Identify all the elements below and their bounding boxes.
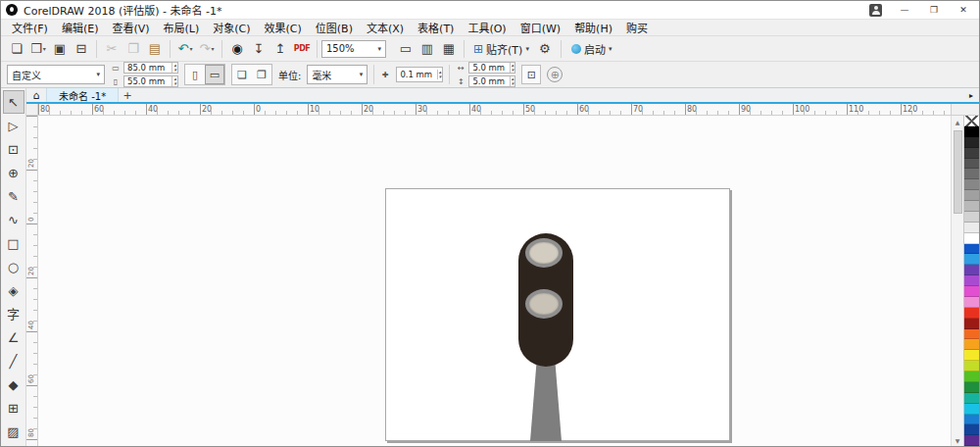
import-button[interactable]: ↧ ▾ (248, 39, 270, 59)
stepper[interactable]: ▴▾ (172, 63, 177, 73)
undo-button[interactable]: ↶ ▾ (174, 39, 196, 59)
color-swatch[interactable] (964, 415, 979, 425)
menu-item[interactable]: 帮助(H) (567, 20, 619, 35)
color-swatch[interactable] (964, 350, 979, 361)
color-swatch[interactable] (964, 339, 979, 350)
color-swatch[interactable] (964, 116, 979, 126)
color-swatch[interactable] (964, 424, 979, 435)
landscape-button[interactable]: ▭ (205, 65, 224, 84)
stepper-down-icon[interactable]: ▾ (512, 68, 514, 73)
drawing-page[interactable] (385, 188, 730, 441)
fullscreen-preview-button[interactable]: ▭ ▾ (395, 39, 416, 59)
menu-item[interactable]: 位图(B) (309, 20, 360, 35)
dimension-tool[interactable]: ∠ (3, 325, 24, 349)
text-tool[interactable]: 字 (3, 302, 24, 325)
welcome-screen-button[interactable]: ⊕ (547, 67, 563, 82)
menu-item[interactable]: 表格(T) (411, 20, 461, 35)
options-button[interactable]: ⚙ (534, 39, 556, 59)
nudge-distance-field[interactable]: 0.1 mm ▴▾ (396, 67, 443, 82)
shape-tool[interactable]: ▷ (3, 114, 24, 137)
duplicate-x-field[interactable]: 5.0 mm ▴▾ (468, 62, 515, 74)
save-button[interactable]: ▣ ▾ (49, 39, 71, 59)
duplicate-y-field[interactable]: 5.0 mm ▴▾ (468, 75, 515, 87)
show-rulers-button[interactable]: ▥ ▾ (416, 39, 438, 59)
color-swatch[interactable] (964, 361, 979, 372)
color-swatch[interactable] (964, 382, 979, 393)
all-pages-button[interactable]: ❏ (232, 65, 252, 84)
new-tab-button[interactable]: + (119, 88, 136, 102)
scroll-down-button[interactable]: ▼ (952, 434, 963, 446)
color-swatch[interactable] (964, 223, 979, 233)
color-swatch[interactable] (964, 159, 979, 170)
drawing-canvas[interactable] (38, 116, 951, 446)
print-button[interactable]: ⊟ ▾ (71, 39, 92, 59)
launch-dropdown[interactable]: 启动 ▾ (566, 39, 617, 59)
color-swatch[interactable] (964, 297, 979, 308)
color-swatch[interactable] (964, 372, 979, 382)
close-button[interactable]: ✕ (956, 5, 970, 15)
portrait-button[interactable]: ▯ (185, 65, 205, 84)
menu-item[interactable]: 窗口(W) (514, 20, 567, 35)
color-swatch[interactable] (964, 201, 979, 212)
artistic-media-tool[interactable]: ∿ (3, 208, 24, 231)
color-swatch[interactable] (964, 308, 979, 319)
page-preset-select[interactable]: 自定义 ▾ (7, 65, 105, 84)
treat-as-filled-button[interactable]: ⊡ (521, 65, 541, 84)
zoom-tool[interactable]: ⊕ (3, 161, 24, 184)
color-swatch[interactable] (964, 190, 979, 201)
menu-item[interactable]: 文件(F) (5, 20, 55, 35)
ellipse-tool[interactable]: ○ (3, 255, 24, 278)
pdf-button[interactable]: PDF ▾ (291, 39, 313, 59)
vertical-scrollbar[interactable]: ▲ ▼ (951, 116, 963, 446)
tab-scroll-right-button[interactable]: ▸ (963, 88, 979, 102)
connector-tool[interactable]: ╱ (3, 349, 24, 372)
pick-tool[interactable]: ↖ (3, 90, 24, 114)
color-swatch[interactable] (964, 275, 979, 286)
scrollbar-thumb[interactable] (954, 130, 962, 214)
signal-body-shape[interactable] (518, 233, 573, 367)
color-swatch[interactable] (964, 137, 979, 148)
stepper[interactable]: ▴▾ (437, 70, 443, 79)
color-swatch[interactable] (964, 286, 979, 297)
menu-item[interactable]: 文本(X) (360, 20, 411, 35)
scroll-up-button[interactable]: ▲ (952, 116, 963, 127)
export-button[interactable]: ↥ ▾ (270, 39, 291, 59)
color-swatch[interactable] (964, 126, 979, 137)
color-swatch[interactable] (964, 404, 979, 415)
minimize-button[interactable]: — (898, 5, 911, 15)
paste-button[interactable]: ▤ ▾ (144, 39, 166, 59)
stepper-down-icon[interactable]: ▾ (512, 81, 514, 86)
rectangle-tool[interactable]: □ (3, 231, 24, 255)
menu-item[interactable]: 对象(C) (206, 20, 257, 35)
welcome-tab-button[interactable]: ⌂ (26, 88, 46, 102)
color-swatch[interactable] (964, 329, 979, 340)
polygon-tool[interactable]: ◈ (3, 278, 24, 302)
color-swatch[interactable] (964, 265, 979, 275)
color-swatch[interactable] (964, 169, 979, 179)
interactive-fill-tool[interactable]: ◆ (3, 372, 24, 396)
color-swatch[interactable] (964, 233, 979, 244)
ruler-origin[interactable] (26, 104, 38, 115)
stepper[interactable]: ▴▾ (510, 63, 515, 73)
menu-item[interactable]: 布局(L) (157, 20, 207, 35)
show-grid-button[interactable]: ▦ ▾ (438, 39, 460, 59)
units-select[interactable]: 毫米 ▾ (307, 65, 368, 84)
page-height-field[interactable]: 55.0 mm ▴▾ (123, 75, 178, 87)
cut-button[interactable]: ✂ ▾ (101, 39, 122, 59)
stepper-down-icon[interactable]: ▾ (173, 81, 176, 86)
color-swatch[interactable] (964, 319, 979, 329)
color-swatch[interactable] (964, 148, 979, 159)
signal-light-lower[interactable] (525, 289, 563, 319)
new-document-button[interactable]: ❏ ▾ (6, 39, 27, 59)
redo-button[interactable]: ↷ ▾ (196, 39, 218, 59)
search-content-button[interactable]: ◉ ▾ (226, 39, 248, 59)
menu-item[interactable]: 工具(O) (461, 20, 513, 35)
document-tab[interactable]: 未命名 -1* (46, 88, 119, 102)
zoom-level-select[interactable]: 150% ▾ (321, 40, 386, 58)
color-swatch[interactable] (964, 254, 979, 265)
signal-light-upper[interactable] (525, 238, 563, 268)
menu-item[interactable]: 编辑(E) (55, 20, 106, 35)
menu-item[interactable]: 购买 (619, 20, 655, 35)
color-swatch[interactable] (964, 435, 979, 446)
freehand-tool[interactable]: ✎ (3, 184, 24, 208)
